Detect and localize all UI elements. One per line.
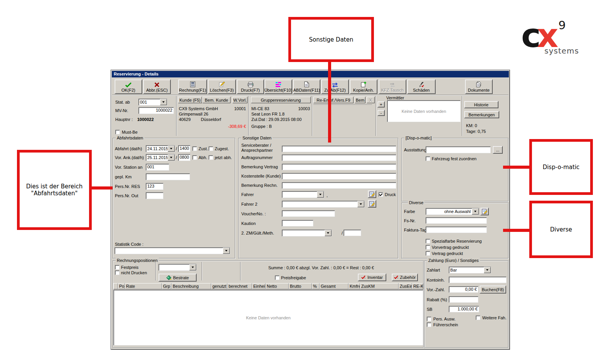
remarks-button[interactable]: Bemerkungen xyxy=(464,111,499,118)
group-reservation-button[interactable]: Gruppenreservierung xyxy=(251,97,311,103)
driver-print-checkbox[interactable] xyxy=(379,192,383,197)
price-release-checkbox[interactable] xyxy=(275,275,279,280)
damages-button[interactable]: Schäden xyxy=(407,79,436,94)
copy-attach-button[interactable]: Kopie/Anh. xyxy=(350,79,377,94)
accessories-button[interactable]: Zubehör xyxy=(392,273,418,281)
deposit-field[interactable] xyxy=(282,220,313,226)
pre-contract-printed-checkbox[interactable] xyxy=(426,245,430,250)
column-header-gesamt[interactable]: Gesamt xyxy=(320,283,348,289)
must-be-checkbox[interactable] xyxy=(115,130,120,134)
documents-button[interactable]: Dokumente xyxy=(465,79,493,94)
planned-km-field[interactable] xyxy=(146,173,190,180)
faktura-tag-field[interactable] xyxy=(426,226,487,233)
vermittler-add-button[interactable]: + xyxy=(377,101,385,107)
sb-field[interactable]: 1.000,00 € xyxy=(449,306,479,312)
pers-nr-out-field[interactable] xyxy=(146,192,163,199)
pre-arrival-date-select[interactable]: 25.11.2015 xyxy=(146,154,175,161)
column-header-zuskm[interactable]: ZusKM xyxy=(360,283,399,289)
column-header-zuseinl[interactable]: ZusEinl xyxy=(399,283,412,289)
departure-date-select[interactable]: 24.11.2015 xyxy=(146,145,175,152)
contract-remark-field[interactable] xyxy=(282,164,396,170)
column-header-pos[interactable]: Pos xyxy=(118,283,125,289)
chevron-down-icon[interactable] xyxy=(357,201,364,207)
fixed-price-checkbox[interactable] xyxy=(115,265,120,270)
column-header-grp[interactable]: Grp xyxy=(162,283,172,289)
equipment-browse-button[interactable]: ... xyxy=(493,146,503,154)
invoice-button[interactable]: Rechnung(F1) xyxy=(178,79,207,94)
statistics-code-select[interactable] xyxy=(114,247,230,254)
column-header-beschreibung[interactable]: Beschreibung xyxy=(172,283,211,289)
order-number-field[interactable] xyxy=(282,154,396,161)
special-color-checkbox[interactable] xyxy=(426,239,430,243)
abdata-button[interactable]: ABDaten(F11) xyxy=(293,79,320,94)
pers-ausw-checkbox[interactable] xyxy=(427,317,431,321)
history-button[interactable]: Historie xyxy=(464,101,498,108)
jetzt-abh-checkbox[interactable] xyxy=(209,155,213,160)
zm-field2[interactable] xyxy=(343,230,361,236)
chevron-down-icon[interactable] xyxy=(168,154,175,161)
pre-arrival-time-field[interactable]: 0800 xyxy=(178,154,190,161)
zuab-button[interactable]: Zu/Ab(F12) xyxy=(321,79,349,94)
zust-checkbox[interactable] xyxy=(192,146,197,151)
column-header-berechnet[interactable]: berechnet xyxy=(227,283,252,289)
ok-button[interactable]: OK(F2) xyxy=(114,79,142,94)
column-header-netto[interactable]: Netto xyxy=(266,283,289,289)
driver2-select[interactable] xyxy=(282,201,365,208)
rate-select[interactable] xyxy=(158,264,197,271)
bem-kunde-button[interactable]: Bem. Kunde xyxy=(202,97,231,103)
kunde-button[interactable]: Kunde (F5) xyxy=(178,97,202,103)
book-button[interactable]: Buchen(F8) xyxy=(480,285,506,294)
bestrate-button[interactable]: Bestrate xyxy=(158,273,197,282)
zugest-checkbox[interactable] xyxy=(209,146,213,151)
payment-type-select[interactable]: Bar xyxy=(449,267,491,273)
column-header-genutzt[interactable]: genutzt xyxy=(211,283,227,289)
color-edit-button[interactable] xyxy=(480,208,489,215)
chevron-down-icon[interactable] xyxy=(472,208,479,215)
mv-nr-field[interactable]: 1000022 xyxy=(138,107,174,114)
chevron-down-icon[interactable] xyxy=(160,99,167,105)
stat-ab-select[interactable]: 001 xyxy=(138,99,167,106)
chevron-down-icon[interactable] xyxy=(325,230,332,236)
prepayment-field[interactable]: 0,00 € xyxy=(449,286,478,293)
chevron-down-icon[interactable] xyxy=(189,264,196,270)
cancel-button[interactable]: Abbr.(ESC) xyxy=(143,79,171,94)
invoice-remark-field[interactable] xyxy=(282,182,396,189)
contract-printed-checkbox[interactable] xyxy=(426,251,430,256)
overview-button[interactable]: Übersicht(F10) xyxy=(264,79,292,94)
column-header-rate[interactable]: Rate xyxy=(125,283,162,289)
column-header-kmfrei[interactable]: Kmfrei xyxy=(348,283,360,289)
vermittler-remove-button[interactable]: - xyxy=(377,110,385,116)
inventory-button[interactable]: Inventar xyxy=(358,273,386,281)
column-header-brutto[interactable]: Brutto xyxy=(289,283,312,289)
column-header-percent[interactable]: % xyxy=(312,283,320,289)
delete-button[interactable]: Löschen(F3) xyxy=(208,79,236,94)
account-holder-field[interactable] xyxy=(449,277,507,283)
weitere-fah-checkbox[interactable] xyxy=(476,315,480,320)
departure-time-field[interactable]: 1400 xyxy=(178,145,190,152)
driver-edit-button[interactable] xyxy=(368,190,376,198)
fs-nr-field[interactable] xyxy=(426,217,487,224)
wvorl-button[interactable]: W.Vorl. xyxy=(232,97,247,103)
voucher-field[interactable] xyxy=(282,210,335,217)
color-select[interactable]: ohne Auswahl xyxy=(426,208,479,215)
pers-nr-res-field[interactable]: 123 xyxy=(146,183,163,190)
abh-checkbox[interactable] xyxy=(192,155,197,160)
chevron-down-icon[interactable] xyxy=(317,191,324,198)
fuehrerschein-checkbox[interactable] xyxy=(427,322,431,327)
fixed-vehicle-checkbox[interactable] xyxy=(426,156,430,161)
discount-field[interactable] xyxy=(449,296,478,303)
service-advisor-field[interactable] xyxy=(282,146,396,152)
column-header-rek[interactable]: RE-K xyxy=(412,283,423,289)
driver2-edit-button[interactable] xyxy=(368,200,376,208)
driver-select[interactable] xyxy=(282,191,324,198)
column-header[interactable] xyxy=(113,283,118,289)
pre-station-field[interactable]: 001 xyxy=(146,164,169,171)
bem-button[interactable]: Bem xyxy=(355,97,365,103)
cost-center-field[interactable] xyxy=(282,173,396,179)
items-table-body[interactable]: Keine Daten vorhanden xyxy=(113,290,423,346)
column-header-einheit[interactable]: Einheit xyxy=(252,283,266,289)
chevron-down-icon[interactable] xyxy=(484,267,491,273)
chevron-down-icon[interactable] xyxy=(223,248,230,254)
invoice-recipient-button[interactable]: Re-Empf./Vers.F9 xyxy=(313,97,353,103)
equipment-field[interactable] xyxy=(426,146,491,153)
